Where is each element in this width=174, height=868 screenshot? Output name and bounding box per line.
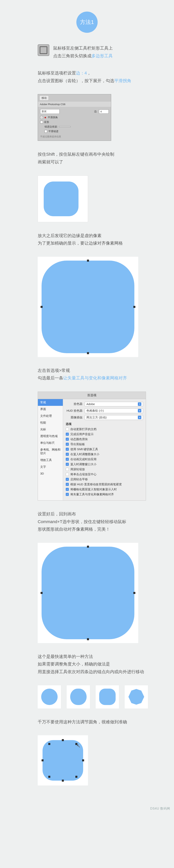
pref-checkbox[interactable] bbox=[66, 493, 69, 496]
anchor-point[interactable] bbox=[41, 592, 43, 594]
step6-line1: 这个是最快速简单的一种方法 bbox=[38, 653, 174, 660]
shape-variant-3 bbox=[96, 685, 119, 709]
step1-line2b: 平滑拐角 bbox=[114, 78, 131, 83]
bottom-shape-preview: ↖ bbox=[38, 735, 88, 785]
anchor-point[interactable] bbox=[133, 592, 135, 594]
anchor-point[interactable] bbox=[87, 546, 89, 548]
shape-variants-strip bbox=[38, 685, 174, 709]
pref-checkbox[interactable] bbox=[66, 428, 69, 431]
step3-line1: 放大之后发现它的边缘是虚的像素 bbox=[38, 232, 174, 240]
pref-checkbox[interactable] bbox=[66, 468, 69, 471]
anchor-point[interactable] bbox=[48, 743, 50, 745]
intro-line2a: 点击三角箭头切换成 bbox=[53, 54, 92, 58]
pref-check-row: 自动更新打开的文档 bbox=[66, 428, 143, 431]
pref-main: 拾色器: Adobe▾ HUD 拾色器: 色相条纹 (小)▾ 图像插值: 两次立… bbox=[63, 399, 146, 500]
pref-check-label: 自动更新打开的文档 bbox=[70, 428, 97, 431]
pref-side-item[interactable]: 常规 bbox=[38, 399, 63, 406]
step6-line2: 如果需要调整角度大小，精确的做法是 bbox=[38, 660, 174, 668]
dropdown-icon: ▾ bbox=[138, 416, 141, 419]
ps-smooth-indent-checkbox[interactable] bbox=[45, 130, 47, 133]
pref-checkbox[interactable] bbox=[66, 448, 69, 451]
pref-section-label: 选项 bbox=[66, 422, 143, 426]
step5-text: 设置好后，回到画布 Command+T选中形状，按住左键轻轻移动鼠标 形状图形就… bbox=[38, 510, 174, 533]
ps-star-checkbox[interactable] bbox=[40, 121, 43, 123]
ps-star-label: 星形 bbox=[44, 120, 49, 124]
pref-checkbox[interactable] bbox=[66, 458, 69, 461]
pref-hud-select[interactable]: 色相条纹 (小)▾ bbox=[85, 408, 143, 413]
pref-check-label: 将失量工具与变化和像素网格对齐 bbox=[70, 493, 114, 496]
pref-side-item[interactable]: 3D bbox=[38, 470, 63, 477]
pref-check-row: 将单击点缩放至中心 bbox=[66, 472, 143, 476]
intro-line1: 鼠标移至左侧工具栏矩形工具上 bbox=[53, 44, 113, 52]
step4-line2b: 让失量工具与变化和像素网格对齐 bbox=[63, 376, 127, 380]
step2-line1: 按住Shift，按住鼠标左键在画布中央绘制 bbox=[38, 151, 174, 158]
ps-tab: 移动 bbox=[40, 95, 49, 100]
pref-side-item[interactable]: 透明度与色域 bbox=[38, 433, 63, 440]
anchor-point[interactable] bbox=[87, 638, 89, 640]
pref-picker-value: Adobe bbox=[86, 402, 95, 406]
ps-indent-input[interactable] bbox=[59, 126, 71, 127]
pref-check-row: 根据 HUD 直直移动改变图层的画笔硬度 bbox=[66, 483, 143, 486]
pref-check-label: 用滚轮缩放 bbox=[70, 468, 85, 471]
shape-variant-2 bbox=[67, 685, 90, 709]
pref-check-row: 使用 Shift 键切换工具 bbox=[66, 447, 143, 451]
ps-shape-select[interactable]: 形状 bbox=[40, 109, 59, 114]
pref-checkbox[interactable] bbox=[66, 473, 69, 476]
ps-indent-label: 缩进边依据: bbox=[45, 125, 58, 128]
step1-line1b: 边：4 bbox=[76, 71, 87, 75]
pref-check-row: 将栅格化图层置入智能对象显示入时 bbox=[66, 488, 143, 491]
watermark: DS4U 数码网 bbox=[0, 807, 174, 811]
anchor-point[interactable] bbox=[87, 352, 89, 354]
step6-line3: 用直接选择工具依次对四条边的锚点向内或向外进行移动 bbox=[38, 668, 174, 676]
ps-info: 不超过图表提供信息 bbox=[40, 135, 109, 138]
pref-check-label: 根据 HUD 直直移动改变图层的画笔硬度 bbox=[70, 483, 122, 486]
anchor-point[interactable] bbox=[87, 260, 89, 261]
big-shape-preview-2 bbox=[38, 543, 138, 643]
ps-edges-input[interactable]: 4 bbox=[99, 110, 109, 114]
anchor-point[interactable] bbox=[41, 306, 43, 308]
pref-side-item[interactable]: 参考线、网格和切片 bbox=[38, 446, 63, 457]
step4-text: 左击首选项>常规 勾选最后一条让失量工具与变化和像素网格对齐 bbox=[38, 367, 174, 382]
pref-side-item[interactable]: 文字 bbox=[38, 464, 63, 470]
intro-text: 鼠标移至左侧工具栏矩形工具上 点击三角箭头切换成多边形工具 bbox=[53, 44, 113, 60]
anchor-point[interactable] bbox=[75, 776, 77, 778]
pref-check-row: 导出剪贴板 bbox=[66, 442, 143, 446]
pref-side-item[interactable]: 增效工具 bbox=[38, 457, 63, 464]
anchor-point[interactable] bbox=[48, 776, 50, 778]
anchor-point[interactable] bbox=[62, 739, 64, 741]
pref-check-row: 动态颜色滑块 bbox=[66, 437, 143, 441]
star-icon: ★ bbox=[44, 116, 47, 119]
pref-checkbox[interactable] bbox=[66, 443, 69, 446]
cursor-icon: ↖ bbox=[76, 743, 81, 749]
pref-side-item[interactable]: 单位与标尺 bbox=[38, 440, 63, 446]
pref-checkbox[interactable] bbox=[66, 433, 69, 436]
pref-checkbox[interactable] bbox=[66, 478, 69, 481]
pref-checkbox[interactable] bbox=[66, 438, 69, 441]
mini-squircle bbox=[44, 182, 78, 216]
anchor-point[interactable] bbox=[82, 760, 84, 761]
step7-text: 千万不要使用这种方法调节圆角，很难做到准确 bbox=[38, 718, 174, 726]
ps-smooth-checkbox[interactable] bbox=[40, 116, 43, 119]
pref-side-item[interactable]: 光标 bbox=[38, 426, 63, 433]
pref-side-item[interactable]: 文件处理 bbox=[38, 412, 63, 419]
pref-picker-select[interactable]: Adobe▾ bbox=[85, 402, 143, 406]
pref-check-label: 将栅格化图层置入智能对象显示入时 bbox=[70, 488, 117, 491]
pref-sidebar: 常规 界面 文件处理 性能 光标 透明度与色域 单位与标尺 参考线、网格和切片 … bbox=[38, 399, 63, 500]
pref-side-item[interactable]: 性能 bbox=[38, 419, 63, 426]
anchor-point[interactable] bbox=[42, 760, 44, 761]
pref-side-item[interactable]: 界面 bbox=[38, 406, 63, 412]
pref-check-label: 置入时调整窗口大小 bbox=[70, 463, 97, 466]
pref-checkbox[interactable] bbox=[66, 488, 69, 491]
pref-check-label: 在置入时调整图像大小 bbox=[70, 453, 99, 456]
pref-interp-select[interactable]: 两次立方 (自动)▾ bbox=[85, 415, 143, 420]
pref-check-row: 用滚轮缩放 bbox=[66, 468, 143, 471]
polygon-tool-icon bbox=[38, 44, 49, 56]
dropdown-icon: ▾ bbox=[138, 402, 141, 406]
anchor-point[interactable] bbox=[133, 306, 135, 308]
pref-checkbox[interactable] bbox=[66, 483, 69, 486]
anchor-point[interactable] bbox=[62, 780, 64, 782]
pref-check-row: 在动画完成时自应用 bbox=[66, 458, 143, 461]
pref-checkbox[interactable] bbox=[66, 453, 69, 456]
pref-checkbox[interactable] bbox=[66, 463, 69, 466]
big-squircle-1 bbox=[42, 260, 134, 353]
